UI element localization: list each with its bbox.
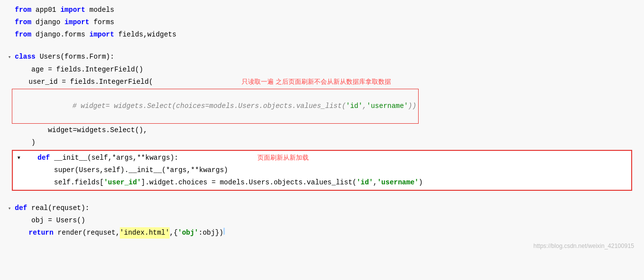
normal-class: Users(forms.Form): [36, 51, 114, 63]
code-line-age: age = fields.IntegerField() [0, 64, 644, 76]
kw-class: class [15, 51, 36, 63]
code-line-class: ▾class Users(forms.Form): [0, 51, 644, 63]
kw-from-1: from [15, 4, 32, 16]
normal-return3: : [199, 227, 203, 239]
normal-real: real(requset): [27, 203, 89, 214]
normal-self2: ].widget.choices = models.Users.objects.… [141, 177, 357, 188]
normal-return-spaces [12, 227, 29, 239]
fold-arrow-return [8, 227, 12, 239]
string-obj-key: 'obj' [178, 227, 199, 239]
fold-arrow-init[interactable]: ▾ [17, 152, 21, 164]
normal-1b: models [85, 4, 114, 16]
comment-box: # widget= widgets.Select(choices=models.… [12, 89, 419, 124]
normal-super: super(Users,self).__init__(*args,**kwarg… [21, 165, 228, 176]
normal-userid: user_id = fields.IntegerField( [12, 76, 153, 88]
code-line-def-real: ▾def real(requset): [0, 202, 644, 214]
code-line-widget: widget=widgets.Select(), [0, 124, 644, 137]
normal-3: django.forms [32, 29, 90, 40]
normal-1: app01 [32, 4, 61, 16]
code-line-3: from django.forms import fields,widgets [0, 29, 644, 41]
fold-arrow-age [8, 66, 15, 74]
code-line-obj: obj = Users() [0, 214, 644, 227]
normal-2b: forms [89, 17, 114, 28]
string-index-html: 'index.html' [120, 227, 170, 239]
fold-arrow-obj [8, 216, 15, 225]
code-line-2: from django import forms [0, 16, 644, 29]
fold-arrow-class[interactable]: ▾ [8, 53, 15, 62]
code-line-comment: # widget= widgets.Select(choices=models.… [0, 88, 644, 124]
code-container: from app01 import models from django imp… [0, 0, 644, 257]
code-line-init: ▾ def __init__(self,*args,**kwargs): 页面刷… [13, 152, 631, 164]
normal-close: ) [15, 137, 36, 148]
fold-arrow-comment [8, 101, 12, 112]
normal-age: age = fields.IntegerField() [15, 64, 143, 75]
fold-arrow-super [17, 165, 21, 176]
string-username: 'username' [377, 177, 419, 188]
kw-return: return [29, 227, 53, 239]
normal-self4: ) [419, 177, 423, 188]
kw-from-3: from [15, 29, 32, 40]
kw-def-real: def [15, 203, 27, 214]
fold-arrow-e2 [8, 192, 15, 201]
normal-2: django [32, 17, 65, 28]
init-box: ▾ def __init__(self,*args,**kwargs): 页面刷… [12, 150, 632, 191]
fold-arrow-widget [8, 126, 15, 135]
kw-def-init: def [37, 152, 50, 164]
fold-arrow-userid [8, 76, 12, 88]
string-userid: 'user_id' [104, 177, 141, 188]
normal-return1: render(requset, [53, 227, 119, 239]
code-line-userid: user_id = fields.IntegerField( 只读取一遍 之后页… [0, 76, 644, 88]
kw-import-2: import [65, 17, 89, 28]
normal-init-spaces [21, 152, 37, 164]
normal-return2: ,{ [170, 227, 178, 239]
watermark-text: https://blog.csdn.net/weixin_42100915 [534, 243, 634, 249]
code-line-closeparen: ) [0, 137, 644, 149]
normal-return4: obj}) [203, 227, 223, 239]
normal-obj: obj = Users() [15, 215, 85, 226]
annotation-readonly: 只读取一遍 之后页面刷新不会从新从数据库拿取数据 [242, 76, 391, 87]
fold-arrow-3[interactable] [8, 31, 15, 39]
string-id: 'id' [357, 177, 373, 188]
normal-3b: fields,widgets [114, 29, 177, 40]
normal-self3: , [373, 177, 377, 188]
kw-import-1: import [60, 4, 85, 16]
fold-arrow-real[interactable]: ▾ [8, 204, 15, 213]
code-line-self-fields: self.fields['user_id'].widget.choices = … [13, 176, 631, 189]
comment-text: # widget= widgets.Select(choices=models.… [39, 102, 417, 110]
code-line-super: super(Users,self).__init__(*args,**kwarg… [13, 164, 631, 176]
code-line-empty1 [0, 41, 644, 51]
cursor [223, 228, 225, 235]
fold-arrow-close [8, 139, 15, 147]
fold-arrow-self [17, 177, 21, 188]
fold-arrow-2[interactable] [8, 18, 15, 27]
fold-arrow-1[interactable] [8, 6, 15, 15]
code-line-return: return render(requset,'index.html',{'obj… [0, 227, 644, 239]
watermark: https://blog.csdn.net/weixin_42100915 [0, 239, 644, 253]
normal-init: __init__(self,*args,**kwargs): [50, 152, 178, 164]
normal-self1: self.fields[ [21, 177, 104, 188]
code-line-1: from app01 import models [0, 4, 644, 16]
code-line-empty2 [0, 192, 644, 202]
annotation-reload: 页面刷新从新加载 [257, 152, 309, 163]
kw-import-3: import [89, 29, 114, 40]
normal-widget: widget=widgets.Select(), [15, 125, 147, 136]
fold-arrow-e1 [8, 41, 15, 50]
kw-from-2: from [15, 17, 32, 28]
